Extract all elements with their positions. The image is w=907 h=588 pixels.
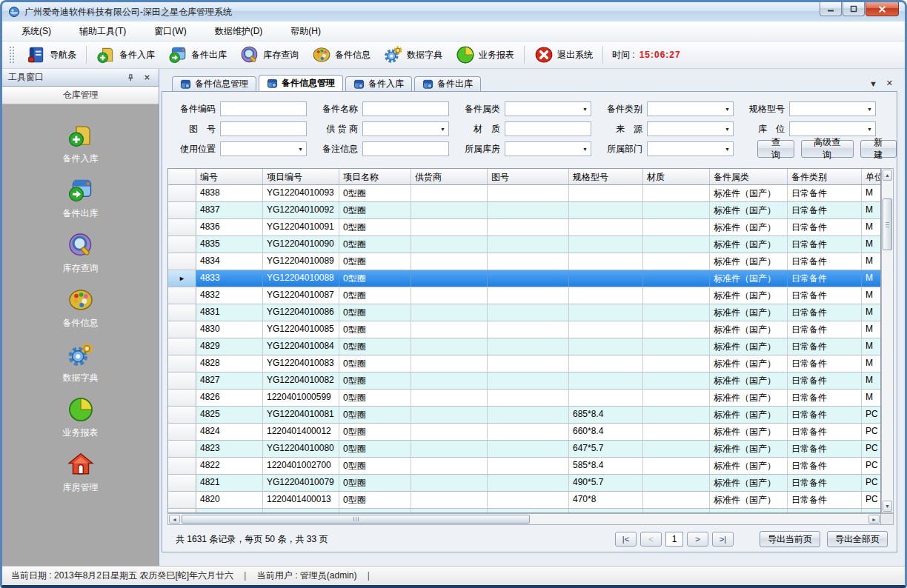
vertical-scrollbar[interactable]: ▲ ▼ [881, 168, 894, 513]
sidebar-item-spare-out[interactable]: 备件出库 [63, 177, 99, 220]
menu-item-2[interactable]: 窗口(W) [151, 24, 189, 39]
spare-in-button[interactable]: 备件入库 [90, 43, 162, 67]
toolbar-grip[interactable] [10, 47, 14, 63]
current-page-input[interactable]: 1 [665, 532, 683, 547]
column-header-7[interactable]: 材质 [643, 169, 710, 184]
pin-icon[interactable] [124, 72, 136, 84]
last-page-button[interactable]: >| [712, 532, 734, 547]
sidebar-item-warehouse[interactable]: 库房管理 [63, 451, 99, 494]
spare-class-select[interactable]: ▼ [505, 101, 591, 116]
advanced-query-button[interactable]: 高级查询 [801, 140, 854, 158]
row-selector[interactable] [168, 424, 196, 440]
department-select[interactable]: ▼ [647, 141, 734, 156]
export-current-page-button[interactable]: 导出当前页 [760, 531, 820, 547]
menu-item-0[interactable]: 系统(S) [19, 24, 54, 39]
menu-item-1[interactable]: 辅助工具(T) [76, 24, 129, 39]
spare-code-input[interactable] [220, 101, 307, 116]
query-button[interactable]: 查询 [757, 140, 794, 158]
tool-window-close-button[interactable] [141, 72, 153, 84]
row-selector[interactable] [168, 407, 196, 423]
table-row[interactable]: 4821YG122040100790型圈490*5.7标准件（国产）日常备件PC [168, 475, 880, 492]
row-selector[interactable] [168, 287, 196, 304]
close-button[interactable] [866, 2, 899, 16]
row-selector[interactable]: ► [168, 270, 196, 287]
next-page-button[interactable]: > [687, 532, 708, 547]
first-page-button[interactable]: |< [615, 532, 637, 547]
row-selector[interactable] [168, 304, 196, 321]
column-header-6[interactable]: 规格型号 [569, 169, 643, 184]
row-selector[interactable] [168, 202, 196, 218]
spare-name-input[interactable] [362, 101, 449, 116]
tab-close-button[interactable]: ✕ [886, 78, 893, 88]
scroll-up-icon[interactable]: ▲ [883, 170, 892, 181]
data-dict-button[interactable]: 数据字典 [377, 43, 449, 67]
report-button[interactable]: 业务报表 [449, 43, 521, 67]
column-header-1[interactable]: 编号 [196, 169, 263, 184]
supplier-select[interactable]: ▼ [362, 121, 449, 136]
column-header-3[interactable]: 项目名称 [339, 169, 411, 184]
spare-info-button[interactable]: 备件信息 [305, 43, 377, 67]
table-row[interactable]: 482212204010027000型圈585*8.4标准件（国产）日常备件PC [168, 458, 880, 475]
export-all-pages-button[interactable]: 导出全部页 [827, 531, 888, 547]
table-row[interactable]: 4835YG122040100900型圈标准件（国产）日常备件M [168, 236, 880, 253]
minimize-button[interactable] [820, 2, 842, 16]
row-selector[interactable] [168, 321, 196, 338]
table-row[interactable]: 4837YG122040100920型圈标准件（国产）日常备件M [168, 202, 880, 219]
column-header-10[interactable]: 单位 [862, 169, 881, 184]
row-selector[interactable] [168, 236, 196, 253]
row-selector[interactable] [168, 475, 196, 491]
sidebar-item-report[interactable]: 业务报表 [63, 396, 99, 439]
row-selector[interactable] [168, 185, 196, 201]
row-selector[interactable] [168, 338, 196, 355]
menu-item-4[interactable]: 帮助(H) [288, 24, 324, 39]
row-selector[interactable] [168, 390, 196, 406]
maximize-button[interactable] [843, 2, 865, 16]
row-selector[interactable] [168, 372, 196, 389]
sidebar-item-stock-query[interactable]: 库存查询 [63, 232, 99, 275]
column-header-5[interactable]: 图号 [488, 169, 569, 184]
spec-model-select[interactable]: ▼ [789, 101, 876, 116]
material-input[interactable] [505, 121, 591, 136]
column-header-8[interactable]: 备件属类 [710, 169, 788, 184]
row-selector[interactable] [168, 355, 196, 372]
table-row[interactable]: 4827YG122040100820型圈标准件（国产）日常备件M [168, 372, 880, 390]
source-select[interactable]: ▼ [647, 121, 734, 136]
exit-button[interactable]: 退出系统 [528, 43, 599, 67]
table-row[interactable]: 4829YG122040100840型圈标准件（国产）日常备件M [168, 338, 880, 355]
row-selector[interactable] [168, 253, 196, 270]
row-selector[interactable] [168, 492, 196, 508]
table-row[interactable]: 482012204014000130型圈470*8标准件（国产）日常备件PC [168, 492, 880, 509]
vertical-scrollbar-thumb[interactable] [883, 198, 892, 250]
tab-list-dropdown-icon[interactable]: ▼ [869, 79, 877, 88]
prev-page-button[interactable]: < [640, 532, 662, 547]
table-row[interactable]: 4836YG122040100910型圈标准件（国产）日常备件M [168, 219, 880, 236]
navbar-button[interactable]: 导航条 [20, 43, 83, 67]
table-row[interactable]: 4834YG122040100890型圈标准件（国产）日常备件M [168, 253, 880, 270]
spare-type-select[interactable]: ▼ [647, 101, 734, 116]
titlebar[interactable]: 广州爱奇迪软件科技有限公司-深田之星仓库管理系统 [2, 2, 905, 21]
table-row[interactable]: 4832YG122040100870型圈标准件（国产）日常备件M [168, 287, 880, 304]
column-header-4[interactable]: 供货商 [411, 169, 488, 184]
sidebar-item-spare-info[interactable]: 备件信息 [63, 287, 99, 330]
tab-spare-info-management-1[interactable]: 备件信息管理 [172, 76, 256, 91]
table-row[interactable]: 482412204014000120型圈660*8.4标准件（国产）日常备件PC [168, 424, 880, 441]
menu-item-3[interactable]: 数据维护(D) [212, 24, 266, 39]
column-header-2[interactable]: 项目编号 [263, 169, 339, 184]
stock-query-button[interactable]: 库存查询 [233, 43, 305, 67]
drawing-no-input[interactable] [220, 121, 307, 136]
grid-corner-header[interactable] [168, 169, 196, 184]
remark-input[interactable] [362, 141, 449, 156]
table-row[interactable]: 4828YG122040100830型圈标准件（国产）日常备件M [168, 355, 880, 372]
table-row[interactable]: 4825YG122040100810型圈685*8.4标准件（国产）日常备件PC [168, 407, 880, 424]
horizontal-scrollbar-thumb[interactable] [182, 515, 530, 524]
table-row[interactable]: 4823YG122040100800型圈647*5.7标准件（国产）日常备件PC [168, 441, 880, 458]
sidebar-item-spare-in[interactable]: 备件入库 [63, 122, 99, 165]
stock-location-select[interactable]: ▼ [789, 121, 876, 136]
table-row[interactable]: ►4833YG122040100880型圈标准件（国产）日常备件M [168, 270, 880, 287]
row-selector[interactable] [168, 458, 196, 474]
new-button[interactable]: 新建 [860, 140, 897, 158]
sidebar-group-header[interactable]: 仓库管理 [2, 87, 159, 104]
tab-spare-in[interactable]: 备件入库 [345, 76, 412, 91]
tab-spare-out[interactable]: 备件出库 [414, 76, 481, 91]
row-selector[interactable] [168, 219, 196, 235]
